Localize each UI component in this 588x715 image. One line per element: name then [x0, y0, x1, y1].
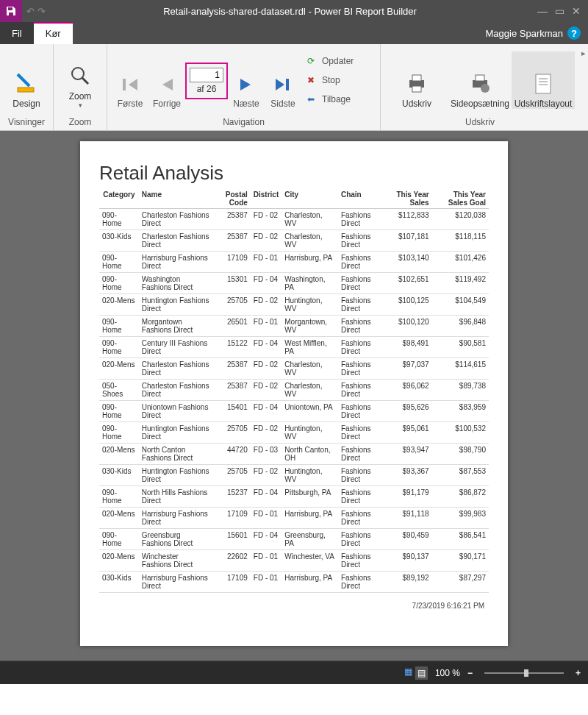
table-header: Category	[99, 189, 139, 209]
print-group-label: Udskriv	[381, 115, 579, 130]
refresh-button[interactable]: ⟳Opdater	[304, 53, 354, 69]
next-icon	[235, 74, 257, 96]
table-cell: $107,181	[384, 230, 432, 252]
stop-button[interactable]: ✖Stop	[304, 72, 354, 88]
table-cell: Winchester Fashions Direct	[139, 550, 212, 572]
prev-page-button[interactable]: Forrige	[148, 51, 185, 109]
table-row: 050-ShoesCharleston Fashions Direct25387…	[99, 380, 489, 401]
table-cell: $104,549	[432, 294, 489, 316]
table-cell: $100,120	[384, 316, 432, 337]
table-cell: FD - 03	[251, 444, 282, 465]
table-cell: 090-Home	[99, 529, 139, 550]
page-number-input[interactable]	[190, 68, 223, 82]
table-cell: 030-Kids	[99, 230, 139, 252]
table-cell: Fashions Direct	[338, 273, 384, 294]
svg-rect-5	[123, 79, 126, 90]
table-row: 090-HomeCentury III Fashions Direct15122…	[99, 337, 489, 358]
table-cell: Greensburg, PA	[282, 529, 338, 550]
zoom-slider[interactable]	[480, 672, 568, 674]
table-cell: 17109	[212, 572, 251, 593]
table-header: Chain	[338, 189, 384, 209]
table-cell: Fashions Direct	[338, 529, 384, 550]
table-cell: $96,848	[432, 316, 489, 337]
report-title: Retail Analysis	[99, 162, 489, 185]
table-cell: Greensburg Fashions Direct	[139, 529, 212, 550]
table-cell: Huntington Fashions Direct	[139, 294, 212, 316]
back-button[interactable]: ⬅Tilbage	[304, 91, 354, 107]
table-cell: $100,125	[384, 294, 432, 316]
table-cell: 15237	[212, 486, 251, 508]
table-cell: Uniontown, PA	[282, 401, 338, 422]
svg-line-4	[82, 78, 88, 84]
zoom-in-button[interactable]: +	[576, 668, 581, 678]
table-cell: North Hills Fashions Direct	[139, 486, 212, 508]
table-cell: 25705	[212, 294, 251, 316]
next-page-button[interactable]: Næste	[228, 51, 265, 109]
close-button[interactable]: ✕	[572, 5, 581, 17]
table-cell: Fashions Direct	[338, 252, 384, 273]
zoom-out-button[interactable]: −	[467, 668, 473, 678]
maximize-button[interactable]: ▭	[555, 5, 564, 17]
page-setup-button[interactable]: Sideopsætning	[448, 51, 512, 109]
table-cell: 15122	[212, 337, 251, 358]
stop-icon: ✖	[304, 74, 318, 87]
print-button[interactable]: Udskriv	[385, 51, 448, 109]
table-cell: Washington Fashions Direct	[139, 273, 212, 294]
views-group-label: Visninger	[0, 115, 53, 130]
svg-point-3	[72, 68, 84, 79]
first-page-button[interactable]: Første	[112, 51, 148, 109]
table-cell: Fashions Direct	[338, 508, 384, 529]
last-page-button[interactable]: Sidste	[265, 51, 301, 109]
table-cell: 020-Mens	[99, 294, 139, 316]
table-cell: $100,532	[432, 422, 489, 444]
svg-rect-8	[412, 75, 421, 81]
table-cell: Huntington Fashions Direct	[139, 465, 212, 486]
minimize-button[interactable]: ―	[537, 5, 548, 17]
table-cell: FD - 01	[251, 550, 282, 572]
table-cell: 050-Shoes	[99, 380, 139, 401]
normal-view-icon[interactable]: ▦	[404, 666, 412, 680]
help-icon[interactable]: ?	[567, 26, 581, 40]
ribbon: Design Visninger Zoom ▾ Zoom Første Forr…	[0, 44, 588, 131]
table-cell: Fashions Direct	[338, 572, 384, 593]
window-title: Retail-analysis-shared-dataset.rdl - Pow…	[50, 6, 530, 17]
run-tab[interactable]: Kør	[34, 22, 73, 44]
table-cell: FD - 01	[251, 316, 282, 337]
table-cell: Fashions Direct	[338, 337, 384, 358]
last-icon	[272, 74, 294, 96]
page-count-label: af 26	[197, 84, 217, 94]
table-cell: 22602	[212, 550, 251, 572]
table-cell: Washington, PA	[282, 273, 338, 294]
page-number-block: af 26	[185, 63, 228, 99]
file-tab[interactable]: Fil	[0, 22, 34, 44]
design-button[interactable]: Design	[4, 51, 49, 109]
table-row: 030-KidsCharleston Fashions Direct25387F…	[99, 230, 489, 252]
table-cell: Charleston, WV	[282, 230, 338, 252]
table-cell: FD - 04	[251, 486, 282, 508]
table-cell: Fashions Direct	[338, 401, 384, 422]
save-button[interactable]	[0, 0, 22, 22]
svg-rect-1	[9, 13, 13, 15]
report-timestamp: 7/23/2019 6:16:21 PM	[99, 602, 489, 610]
print-view-icon[interactable]: ▤	[415, 666, 428, 680]
svg-rect-0	[8, 7, 12, 10]
table-cell: Fashions Direct	[338, 209, 384, 230]
zoom-button[interactable]: Zoom ▾	[58, 51, 102, 109]
print-layout-icon	[531, 71, 556, 96]
table-cell: Fashions Direct	[338, 316, 384, 337]
print-layout-button[interactable]: Udskriftslayout	[512, 51, 575, 109]
table-cell: $103,140	[384, 252, 432, 273]
zoom-icon	[68, 63, 93, 88]
table-row: 090-HomeMorgantown Fashions Direct26501F…	[99, 316, 489, 337]
redo-button[interactable]: ↷	[37, 6, 46, 17]
table-cell: 020-Mens	[99, 550, 139, 572]
table-cell: $90,459	[384, 529, 432, 550]
table-cell: 090-Home	[99, 209, 139, 230]
table-cell: FD - 02	[251, 358, 282, 380]
svg-rect-9	[412, 86, 421, 92]
navigation-group-label: Navigation	[107, 115, 380, 130]
table-cell: Pittsburgh, PA	[282, 486, 338, 508]
table-row: 020-MensHuntington Fashions Direct25705F…	[99, 294, 489, 316]
undo-button[interactable]: ↶	[26, 6, 35, 17]
ribbon-overflow[interactable]: ▸	[579, 44, 588, 130]
